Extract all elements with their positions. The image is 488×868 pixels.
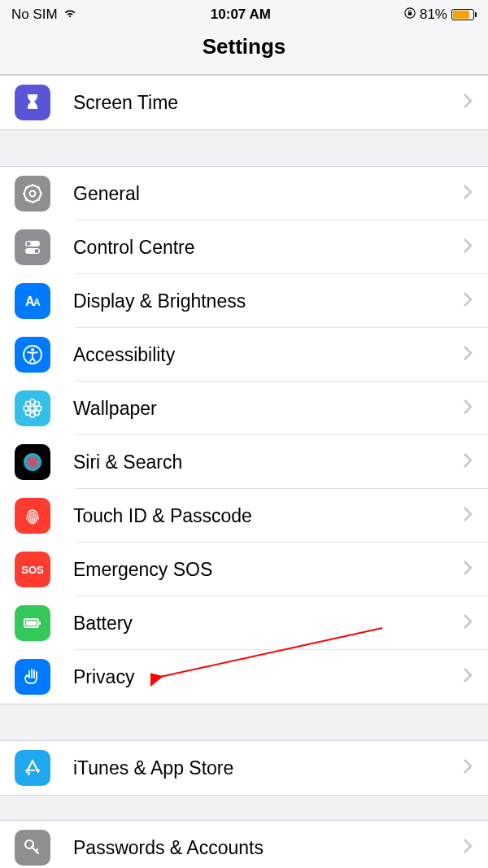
page-title: Settings xyxy=(0,34,488,59)
chevron-right-icon xyxy=(462,506,473,526)
row-label: Passwords & Accounts xyxy=(73,837,454,859)
row-siri-search[interactable]: Siri & Search xyxy=(0,435,488,489)
row-label: Control Centre xyxy=(73,237,454,259)
row-control-centre[interactable]: Control Centre xyxy=(0,220,488,274)
hourglass-icon xyxy=(15,85,50,120)
svg-point-27 xyxy=(35,411,40,416)
settings-group-1: General Control Centre AA Display & Brig… xyxy=(0,166,488,704)
row-label: Touch ID & Passcode xyxy=(73,505,454,527)
row-passwords-accounts[interactable]: Passwords & Accounts xyxy=(0,821,488,868)
row-touch-id[interactable]: Touch ID & Passcode xyxy=(0,489,488,543)
row-battery[interactable]: Battery xyxy=(0,596,488,650)
chevron-right-icon xyxy=(462,399,473,418)
orientation-lock-icon xyxy=(404,7,416,23)
chevron-right-icon xyxy=(462,184,473,203)
row-privacy[interactable]: Privacy xyxy=(0,650,488,704)
settings-group-2: iTunes & App Store xyxy=(0,740,488,796)
row-label: Siri & Search xyxy=(73,451,454,473)
svg-point-19 xyxy=(30,406,35,411)
text-size-icon: AA xyxy=(15,283,50,319)
svg-text:A: A xyxy=(33,297,41,308)
row-label: iTunes & App Store xyxy=(73,757,454,779)
row-screen-time[interactable]: Screen Time xyxy=(0,76,488,129)
gear-icon xyxy=(15,176,50,212)
chevron-right-icon xyxy=(462,345,473,364)
battery-percentage: 81% xyxy=(420,7,447,23)
accessibility-icon xyxy=(15,337,50,373)
svg-point-26 xyxy=(26,411,31,416)
chevron-right-icon xyxy=(462,452,473,472)
wifi-icon xyxy=(63,7,77,23)
status-bar: No SIM 10:07 AM 81% xyxy=(0,0,488,26)
chevron-right-icon xyxy=(462,613,473,633)
hand-icon xyxy=(15,659,50,695)
row-accessibility[interactable]: Accessibility xyxy=(0,328,488,382)
svg-rect-32 xyxy=(39,622,41,625)
row-label: Emergency SOS xyxy=(73,559,454,581)
svg-point-18 xyxy=(31,348,34,351)
row-label: Wallpaper xyxy=(73,398,454,420)
svg-text:SOS: SOS xyxy=(21,564,44,576)
flower-icon xyxy=(15,390,50,426)
fingerprint-icon xyxy=(15,498,50,534)
toggles-icon xyxy=(15,229,50,265)
row-label: Privacy xyxy=(73,666,454,688)
row-itunes-app-store[interactable]: iTunes & App Store xyxy=(0,741,488,795)
chevron-right-icon xyxy=(462,560,473,579)
svg-point-2 xyxy=(30,191,36,197)
battery-icon xyxy=(15,605,50,641)
appstore-icon xyxy=(15,750,50,786)
chevron-right-icon xyxy=(462,93,473,112)
siri-icon xyxy=(15,444,50,480)
svg-rect-31 xyxy=(26,621,37,626)
row-label: Display & Brightness xyxy=(73,290,454,312)
row-wallpaper[interactable]: Wallpaper xyxy=(0,382,488,435)
chevron-right-icon xyxy=(462,238,473,257)
svg-point-24 xyxy=(26,402,31,407)
row-label: General xyxy=(73,183,454,205)
chevron-right-icon xyxy=(462,838,473,857)
row-general[interactable]: General xyxy=(0,167,488,220)
chevron-right-icon xyxy=(462,667,473,687)
svg-point-12 xyxy=(27,242,31,246)
key-icon xyxy=(15,830,50,866)
chevron-right-icon xyxy=(462,291,473,311)
row-label: Battery xyxy=(73,613,454,635)
sos-icon: SOS xyxy=(15,552,50,587)
row-display-brightness[interactable]: AA Display & Brightness xyxy=(0,274,488,328)
status-time: 10:07 AM xyxy=(211,7,271,23)
row-label: Accessibility xyxy=(73,344,454,366)
chevron-right-icon xyxy=(462,758,473,778)
svg-point-14 xyxy=(35,249,39,253)
settings-group-3: Passwords & Accounts xyxy=(0,820,488,868)
carrier-text: No SIM xyxy=(11,7,58,23)
page-header: Settings xyxy=(0,26,488,75)
battery-icon xyxy=(451,9,477,20)
svg-point-25 xyxy=(35,402,40,407)
row-label: Screen Time xyxy=(73,92,454,114)
svg-point-28 xyxy=(24,453,41,471)
row-emergency-sos[interactable]: SOS Emergency SOS xyxy=(0,543,488,596)
settings-group-0: Screen Time xyxy=(0,75,488,130)
